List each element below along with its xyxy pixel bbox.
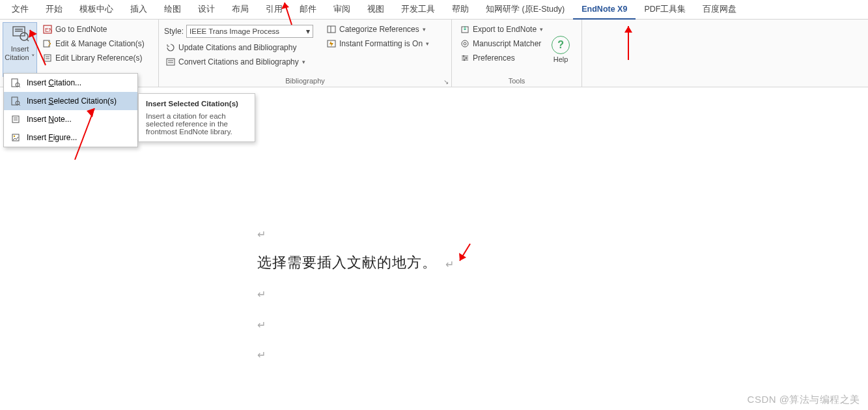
tab-insert[interactable]: 插入 bbox=[122, 0, 156, 20]
style-label: Style: bbox=[164, 27, 184, 36]
tab-help[interactable]: 帮助 bbox=[443, 0, 477, 20]
svg-point-18 bbox=[462, 40, 468, 47]
tab-layout[interactable]: 布局 bbox=[223, 0, 257, 20]
tab-file[interactable]: 文件 bbox=[3, 0, 37, 20]
manuscript-matcher[interactable]: Manuscript Matcher bbox=[458, 38, 545, 50]
dropdown-item-label: Insert Note... bbox=[27, 115, 72, 124]
svg-point-19 bbox=[464, 42, 466, 45]
categorize-references[interactable]: Categorize References ▾ bbox=[325, 23, 431, 35]
tab-baidu[interactable]: 百度网盘 bbox=[694, 0, 745, 20]
preferences[interactable]: Preferences bbox=[458, 52, 545, 64]
tab-view[interactable]: 视图 bbox=[359, 0, 393, 20]
tools-group: Export to EndNote ▾ Manuscript Matcher P… bbox=[452, 20, 582, 87]
dropdown-insert-selected[interactable]: Insert Selected Citation(s) bbox=[4, 92, 137, 110]
tab-home[interactable]: 开始 bbox=[37, 0, 71, 20]
insert-citation-label: InsertCitation ˅ bbox=[5, 45, 35, 62]
document-page[interactable]: ↵ 选择需要插入文献的地方。 ↵ ↵ ↵ ↵ bbox=[257, 179, 739, 368]
paragraph-mark: ↵ bbox=[257, 308, 739, 338]
dropdown-insert-note[interactable]: Insert Note... bbox=[4, 110, 137, 128]
refresh-icon bbox=[166, 43, 175, 52]
go-to-endnote[interactable]: EN Go to EndNote bbox=[41, 23, 147, 35]
convert-citations[interactable]: Convert Citations and Bibliography ▾ bbox=[164, 56, 313, 68]
svg-line-28 bbox=[19, 86, 20, 87]
target-icon bbox=[460, 39, 469, 48]
tooltip: Insert Selected Citation(s) Insert a cit… bbox=[138, 93, 255, 142]
svg-rect-8 bbox=[44, 55, 51, 61]
insert-citation-icon bbox=[11, 25, 29, 42]
dropdown-item-label: Insert Selected Citation(s) bbox=[27, 96, 117, 106]
tab-design[interactable]: 设计 bbox=[189, 0, 223, 20]
tab-template[interactable]: 模板中心 bbox=[71, 0, 122, 20]
export-label: Export to EndNote bbox=[473, 25, 537, 34]
categorize-label: Categorize References bbox=[339, 25, 419, 34]
chevron-down-icon: ▾ bbox=[426, 40, 429, 47]
svg-rect-32 bbox=[12, 116, 19, 123]
endnote-icon: EN bbox=[43, 25, 52, 34]
export-icon bbox=[460, 25, 469, 34]
chevron-down-icon: ▾ bbox=[302, 59, 305, 65]
paragraph-mark: ↵ bbox=[257, 278, 739, 308]
convert-icon bbox=[166, 57, 175, 66]
bibliography-group-label: Bibliography ↘ bbox=[159, 77, 451, 87]
tab-references[interactable]: 引用 bbox=[257, 0, 291, 20]
edit-library-label: Edit Library Reference(s) bbox=[55, 53, 142, 63]
dialog-launcher-icon[interactable]: ↘ bbox=[443, 78, 449, 85]
help-label: Help bbox=[553, 55, 568, 63]
tab-mailings[interactable]: 邮件 bbox=[291, 0, 325, 20]
help-icon: ? bbox=[552, 36, 570, 54]
watermark: CSDN @算法与编程之美 bbox=[748, 394, 860, 406]
paragraph-mark: ↵ bbox=[257, 218, 739, 248]
dropdown-insert-figure[interactable]: Insert Figure... bbox=[4, 128, 137, 147]
chevron-down-icon: ▾ bbox=[423, 26, 426, 33]
svg-point-23 bbox=[463, 55, 465, 57]
style-select[interactable]: IEEE Trans Image Process ▾ bbox=[186, 25, 313, 38]
edit-manage-citations[interactable]: Edit & Manage Citation(s) bbox=[41, 38, 147, 50]
svg-rect-2 bbox=[15, 31, 23, 32]
instant-formatting[interactable]: Instant Formatting is On ▾ bbox=[325, 38, 431, 50]
tooltip-title: Insert Selected Citation(s) bbox=[146, 100, 247, 108]
insert-citation-dropdown: Insert Citation... Insert Selected Citat… bbox=[3, 73, 138, 147]
tab-developer[interactable]: 开发工具 bbox=[393, 0, 443, 20]
lightning-icon bbox=[327, 39, 336, 48]
bibliography-group: Style: IEEE Trans Image Process ▾ Update… bbox=[159, 20, 452, 87]
style-value: IEEE Trans Image Process bbox=[189, 27, 279, 35]
convert-label: Convert Citations and Bibliography bbox=[178, 57, 299, 66]
paragraph-text: 选择需要插入文献的地方。 ↵ bbox=[257, 248, 739, 278]
manuscript-label: Manuscript Matcher bbox=[473, 39, 541, 48]
search-doc-icon bbox=[11, 96, 20, 106]
svg-point-25 bbox=[464, 59, 466, 61]
update-citations[interactable]: Update Citations and Bibliography bbox=[164, 42, 313, 53]
tab-bar: 文件 开始 模板中心 插入 绘图 设计 布局 引用 邮件 审阅 视图 开发工具 … bbox=[0, 0, 868, 20]
tab-cnki[interactable]: 知网研学 (原E-Study) bbox=[477, 0, 573, 20]
tab-pdftools[interactable]: PDF工具集 bbox=[636, 0, 694, 20]
categorize-icon bbox=[327, 25, 336, 34]
preferences-label: Preferences bbox=[473, 53, 515, 63]
instant-fmt-label: Instant Formatting is On bbox=[339, 39, 423, 48]
edit-icon bbox=[43, 39, 52, 48]
svg-rect-1 bbox=[15, 29, 23, 30]
dropdown-insert-citation[interactable]: Insert Citation... bbox=[4, 74, 137, 92]
paragraph-mark: ↵ bbox=[257, 338, 739, 368]
go-to-endnote-label: Go to EndNote bbox=[55, 25, 107, 34]
svg-line-4 bbox=[27, 39, 29, 41]
svg-rect-11 bbox=[167, 59, 175, 65]
search-doc-icon bbox=[11, 78, 20, 87]
book-icon bbox=[43, 53, 52, 63]
dropdown-item-label: Insert Citation... bbox=[27, 78, 81, 87]
chevron-down-icon: ▾ bbox=[306, 27, 310, 36]
svg-point-24 bbox=[466, 57, 468, 59]
edit-library-references[interactable]: Edit Library Reference(s) bbox=[41, 52, 147, 64]
figure-icon bbox=[11, 133, 20, 142]
tab-draw[interactable]: 绘图 bbox=[156, 0, 189, 20]
edit-manage-label: Edit & Manage Citation(s) bbox=[55, 39, 145, 48]
note-icon bbox=[11, 115, 20, 124]
body-text: 选择需要插入文献的地方。 bbox=[257, 254, 437, 271]
tab-review[interactable]: 审阅 bbox=[325, 0, 359, 20]
insert-citation-button[interactable]: InsertCitation ˅ bbox=[3, 22, 37, 77]
export-to-endnote[interactable]: Export to EndNote ▾ bbox=[458, 23, 545, 35]
tab-endnote-x9[interactable]: EndNote X9 bbox=[573, 0, 636, 20]
svg-text:EN: EN bbox=[45, 27, 52, 33]
help-button[interactable]: ? Help bbox=[545, 22, 576, 77]
svg-line-31 bbox=[19, 104, 20, 106]
chevron-down-icon: ▾ bbox=[540, 26, 543, 33]
